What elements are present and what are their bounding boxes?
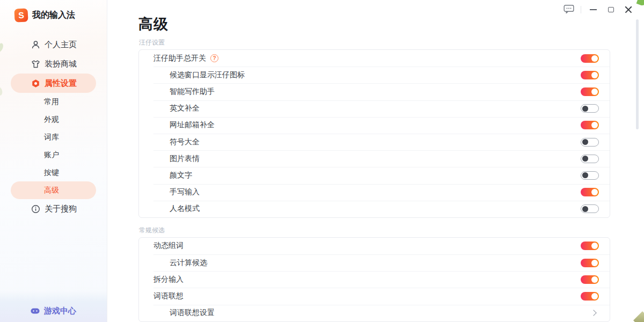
toggle-knob xyxy=(591,276,598,283)
toggle-knob xyxy=(591,89,598,95)
setting-label: 图片表情 xyxy=(170,154,200,164)
sidebar-subitem-label: 高级 xyxy=(44,186,59,195)
help-icon[interactable]: ? xyxy=(210,54,218,62)
sidebar-item-game-center[interactable]: 游戏中心 xyxy=(0,291,107,322)
setting-label: 云计算候选 xyxy=(170,258,207,268)
toggle-knob xyxy=(591,189,598,195)
sidebar-item-label: 属性设置 xyxy=(45,78,77,89)
app-window: S 我的输入法 个人主页装扮商城属性设置常用外观词库账户按键高级关于搜狗 游戏中… xyxy=(0,0,644,322)
toggle-knob xyxy=(591,72,598,78)
setting-label: 词语联想 xyxy=(153,291,184,301)
toggle-switch-on[interactable] xyxy=(581,259,599,267)
sidebar-subitem-label: 常用 xyxy=(44,97,59,107)
setting-row: 云计算候选 xyxy=(139,254,610,271)
toggle-switch-on[interactable] xyxy=(581,275,599,284)
chevron-right-icon[interactable] xyxy=(590,310,596,316)
setting-row: 词语联想 xyxy=(139,288,610,304)
sidebar: S 我的输入法 个人主页装扮商城属性设置常用外观词库账户按键高级关于搜狗 游戏中… xyxy=(0,0,107,322)
info-icon xyxy=(31,204,40,214)
settings-content: 汪仔设置汪仔助手总开关?候选窗口显示汪仔图标智能写作助手英文补全网址邮箱补全符号… xyxy=(138,39,610,322)
sidebar-item-label: 装扮商城 xyxy=(45,59,77,69)
setting-label: 人名模式 xyxy=(170,204,200,214)
setting-row: 汪仔助手总开关? xyxy=(139,50,610,67)
feedback-button[interactable] xyxy=(563,4,575,16)
close-button[interactable] xyxy=(623,4,634,16)
sidebar-subitem-0[interactable]: 常用 xyxy=(0,93,107,111)
setting-row: 英文补全 xyxy=(139,100,610,117)
sidebar-item-about[interactable]: 关于搜狗 xyxy=(0,199,107,218)
sidebar-subitem-1[interactable]: 外观 xyxy=(0,111,107,128)
setting-label: 词语联想设置 xyxy=(170,308,215,318)
sidebar-item-label: 关于搜狗 xyxy=(45,204,77,214)
setting-label: 动态组词 xyxy=(153,241,184,251)
settings-card-0: 汪仔助手总开关?候选窗口显示汪仔图标智能写作助手英文补全网址邮箱补全符号大全图片… xyxy=(138,49,610,218)
toggle-switch-off[interactable] xyxy=(581,155,599,163)
setting-row[interactable]: 词语联想设置 xyxy=(139,305,610,321)
sidebar-subitem-2[interactable]: 词库 xyxy=(0,128,107,146)
vertical-scrollbar[interactable] xyxy=(636,19,639,129)
sogou-logo-icon: S xyxy=(14,8,28,22)
sidebar-item-2[interactable]: 属性设置 xyxy=(11,74,96,93)
toggle-switch-on[interactable] xyxy=(581,54,599,63)
main-panel: 高级 汪仔设置汪仔助手总开关?候选窗口显示汪仔图标智能写作助手英文补全网址邮箱补… xyxy=(107,0,644,322)
settings-card-1: 动态组词云计算候选拆分输入词语联想词语联想设置 xyxy=(138,237,610,322)
setting-label: 候选窗口显示汪仔图标 xyxy=(170,70,245,80)
toggle-switch-on[interactable] xyxy=(581,188,599,196)
setting-row: 人名模式 xyxy=(139,201,610,217)
controls-divider xyxy=(581,6,581,13)
toggle-knob xyxy=(591,260,598,266)
setting-row: 候选窗口显示汪仔图标 xyxy=(139,67,610,83)
toggle-knob xyxy=(591,122,598,128)
sidebar-item-0[interactable]: 个人主页 xyxy=(0,35,107,54)
toggle-knob xyxy=(591,243,598,249)
setting-label: 符号大全 xyxy=(170,137,200,147)
sidebar-subitem-5[interactable]: 高级 xyxy=(11,181,96,199)
toggle-switch-off[interactable] xyxy=(581,171,599,180)
sidebar-subitem-label: 外观 xyxy=(44,115,59,125)
setting-row: 手写输入 xyxy=(139,184,610,201)
sidebar-subitem-label: 账户 xyxy=(44,150,59,160)
setting-label: 汪仔助手总开关 xyxy=(153,54,206,63)
sidebar-subitem-label: 词库 xyxy=(44,133,59,142)
sidebar-subitem-label: 按键 xyxy=(44,168,59,178)
setting-label: 手写输入 xyxy=(170,187,200,197)
toggle-switch-on[interactable] xyxy=(581,241,599,250)
close-icon xyxy=(625,6,632,13)
sidebar-nav: 个人主页装扮商城属性设置常用外观词库账户按键高级关于搜狗 xyxy=(0,35,107,218)
app-logo-row: S 我的输入法 xyxy=(14,9,75,22)
toggle-switch-off[interactable] xyxy=(581,138,599,147)
toggle-knob xyxy=(591,55,598,62)
section-label: 常规候选 xyxy=(139,226,610,234)
setting-label: 英文补全 xyxy=(170,104,200,113)
feedback-icon xyxy=(564,4,574,16)
toggle-switch-off[interactable] xyxy=(581,204,599,213)
toggle-switch-off[interactable] xyxy=(581,104,599,113)
toggle-switch-on[interactable] xyxy=(581,87,599,96)
setting-row: 符号大全 xyxy=(139,134,610,150)
minimize-button[interactable] xyxy=(587,4,599,16)
toggle-knob xyxy=(582,106,588,112)
setting-label: 网址邮箱补全 xyxy=(170,120,215,130)
setting-label: 拆分输入 xyxy=(153,275,184,284)
toggle-switch-on[interactable] xyxy=(581,121,599,129)
maximize-button[interactable] xyxy=(605,4,617,16)
sidebar-subitem-3[interactable]: 账户 xyxy=(0,146,107,164)
toggle-switch-on[interactable] xyxy=(581,292,599,301)
setting-row: 网址邮箱补全 xyxy=(139,117,610,134)
toggle-knob xyxy=(582,139,588,145)
section-label: 汪仔设置 xyxy=(139,39,610,46)
setting-row: 拆分输入 xyxy=(139,271,610,288)
setting-row: 智能写作助手 xyxy=(139,83,610,100)
shirt-icon xyxy=(31,60,40,69)
sidebar-item-1[interactable]: 装扮商城 xyxy=(0,54,107,74)
sidebar-item-label: 个人主页 xyxy=(45,40,77,50)
maximize-icon xyxy=(608,7,614,12)
sidebar-subitem-4[interactable]: 按键 xyxy=(0,164,107,181)
window-controls xyxy=(557,4,634,16)
setting-row: 图片表情 xyxy=(139,150,610,167)
setting-row: 颜文字 xyxy=(139,167,610,184)
toggle-knob xyxy=(582,206,588,212)
settings-hexnut-icon xyxy=(31,79,40,88)
toggle-switch-on[interactable] xyxy=(581,71,599,79)
gamepad-icon xyxy=(31,306,40,316)
